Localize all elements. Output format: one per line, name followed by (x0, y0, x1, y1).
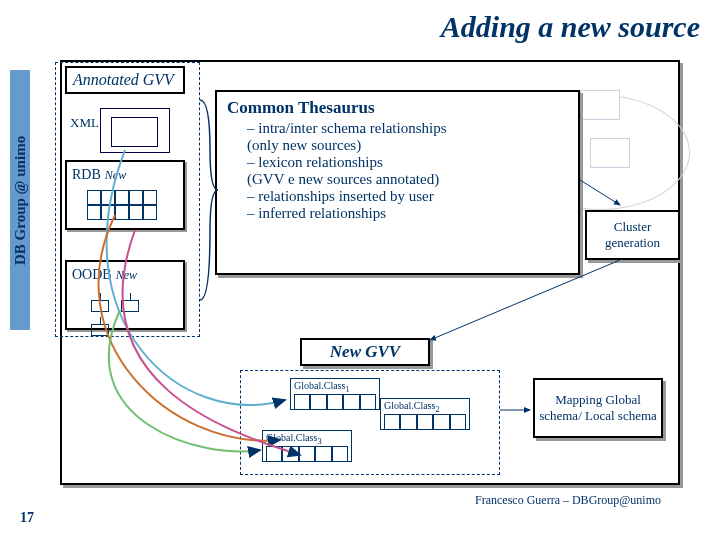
global-class-label: Global.Class (384, 400, 435, 411)
rdb-label: RDB (72, 167, 101, 182)
oodb-tree-icon (87, 292, 167, 322)
global-class-1: Global.Class1 (290, 378, 380, 410)
global-class-sub: 2 (435, 405, 439, 414)
global-class-2: Global.Class2 (380, 398, 470, 430)
global-class-label: Global.Class (294, 380, 345, 391)
oodb-new-tag: New (116, 268, 137, 282)
thesaurus-line: – intra/inter schema relationships (247, 120, 568, 137)
global-class-sub: 1 (345, 385, 349, 394)
page-number: 17 (20, 510, 34, 526)
grid-icon (266, 446, 348, 462)
sidebar-label: DB Group @ unimo (10, 70, 30, 330)
new-gvv-title: New GVV (300, 338, 430, 366)
oodb-label: OODB (72, 267, 112, 282)
global-class-label: Global.Class (266, 432, 317, 443)
cluster-generation-box: Cluster generation (585, 210, 680, 260)
thesaurus-line: – inferred relationships (247, 205, 568, 222)
thesaurus-line: (only new sources) (247, 137, 568, 154)
rdb-new-tag: New (105, 168, 126, 182)
thesaurus-line: (GVV e new sources annotated) (247, 171, 568, 188)
rdb-source-box: RDB New (65, 160, 185, 230)
xml-label: XML (70, 115, 99, 131)
thesaurus-line: – relationships inserted by user (247, 188, 568, 205)
global-class-3: Global.Class3 (262, 430, 352, 462)
footer-author: Francesco Guerra – DBGroup@unimo (475, 493, 661, 508)
mapping-box: Mapping Global schema/ Local schema (533, 378, 663, 438)
grid-icon (384, 414, 466, 430)
global-class-sub: 3 (317, 437, 321, 446)
annotated-gvv-box: Annotated GVV (65, 66, 185, 94)
thesaurus-line: – lexicon relationships (247, 154, 568, 171)
thesaurus-heading: Common Thesaurus (227, 98, 568, 118)
oodb-source-box: OODB New (65, 260, 185, 330)
xml-source-icon (100, 108, 170, 153)
table-icon (87, 190, 157, 220)
grid-icon (294, 394, 376, 410)
common-thesaurus-box: Common Thesaurus – intra/inter schema re… (215, 90, 580, 275)
slide-title: Adding a new source (441, 10, 700, 44)
